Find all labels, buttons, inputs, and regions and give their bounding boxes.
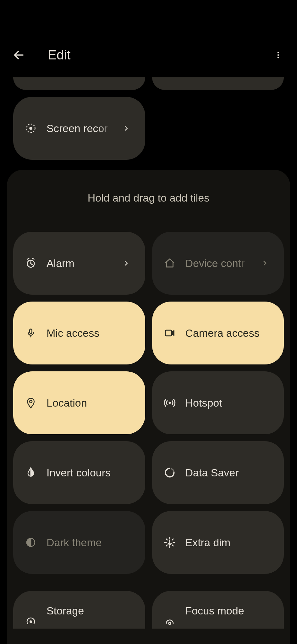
dark-theme-icon	[25, 536, 37, 549]
app-header: Edit	[0, 35, 297, 75]
tile-label: Device contr	[185, 257, 251, 269]
tile-focus-mode[interactable]: Focus mode	[152, 591, 284, 629]
section-spacer	[13, 574, 284, 591]
svg-point-27	[168, 622, 171, 625]
tile-label: Focus mode	[185, 605, 273, 617]
overflow-menu-button[interactable]	[268, 45, 288, 65]
tile-screen-record[interactable]: Screen recor	[13, 97, 145, 160]
screen-record-icon	[25, 122, 37, 135]
available-tiles-grid-2: Storage Focus mode	[13, 591, 284, 629]
available-tiles-panel: Hold and drag to add tiles Alarm	[7, 170, 290, 644]
data-saver-icon	[163, 466, 176, 479]
chevron-right-icon	[122, 259, 131, 268]
svg-line-22	[172, 545, 173, 546]
tile-label: Hotspot	[185, 397, 273, 409]
more-vert-icon	[274, 51, 283, 59]
svg-rect-11	[30, 329, 32, 333]
svg-line-21	[166, 539, 167, 540]
invert-colours-icon	[25, 466, 37, 479]
svg-line-9	[28, 258, 29, 259]
tile-label: Dark theme	[47, 536, 134, 549]
svg-point-15	[168, 402, 171, 404]
storage-icon	[25, 614, 37, 627]
tile-label: Camera access	[185, 327, 273, 339]
tile-hotspot[interactable]: Hotspot	[152, 371, 284, 434]
svg-point-26	[30, 621, 31, 622]
tile-storage[interactable]: Storage	[13, 591, 145, 629]
mic-icon	[25, 327, 37, 339]
svg-line-8	[31, 264, 32, 265]
tile-invert-colours[interactable]: Invert colours	[13, 441, 145, 504]
available-tiles-grid: Alarm Device contr	[13, 232, 284, 574]
svg-line-23	[166, 545, 167, 546]
screen-root: Edit Screen recor	[0, 35, 297, 644]
page-title: Edit	[48, 47, 70, 63]
location-icon	[25, 397, 37, 409]
tile-mic-access[interactable]: Mic access	[13, 302, 145, 364]
tile-device-controls[interactable]: Device contr	[152, 232, 284, 295]
svg-point-2	[278, 54, 279, 56]
tile-label: Screen recor	[47, 122, 113, 135]
arrow-left-icon	[13, 49, 25, 61]
alarm-icon	[25, 257, 37, 269]
tile-dark-theme[interactable]: Dark theme	[13, 511, 145, 574]
tile-label: Location	[47, 397, 134, 409]
home-icon	[163, 257, 176, 269]
tile-label: Extra dim	[185, 536, 273, 549]
tile-label: Alarm	[47, 257, 113, 269]
svg-point-5	[29, 127, 32, 130]
tile-label: Invert colours	[47, 467, 134, 479]
tile-data-saver[interactable]: Data Saver	[152, 441, 284, 504]
svg-rect-13	[165, 330, 172, 336]
panel-hint: Hold and drag to add tiles	[13, 192, 284, 204]
hotspot-icon	[163, 397, 176, 409]
active-tiles-partial-row	[0, 77, 297, 90]
tile-alarm[interactable]: Alarm	[13, 232, 145, 295]
active-tile-partial-right[interactable]	[152, 77, 284, 90]
svg-point-3	[278, 57, 279, 58]
active-tiles-row: Screen recor	[0, 97, 297, 160]
camera-icon	[163, 327, 176, 339]
back-button[interactable]	[9, 45, 29, 65]
active-tile-partial-left[interactable]	[13, 77, 145, 90]
focus-mode-icon	[163, 615, 176, 628]
tile-location[interactable]: Location	[13, 371, 145, 434]
tile-label: Storage	[47, 605, 134, 617]
svg-point-1	[278, 52, 279, 53]
extra-dim-icon	[163, 536, 176, 549]
tile-label: Mic access	[47, 327, 134, 339]
chevron-right-icon	[122, 124, 131, 133]
svg-line-24	[172, 539, 173, 540]
svg-line-10	[33, 258, 34, 259]
tile-camera-access[interactable]: Camera access	[152, 302, 284, 364]
chevron-right-icon	[261, 259, 269, 268]
tile-extra-dim[interactable]: Extra dim	[152, 511, 284, 574]
svg-point-14	[30, 400, 32, 403]
tile-label: Data Saver	[185, 467, 273, 479]
